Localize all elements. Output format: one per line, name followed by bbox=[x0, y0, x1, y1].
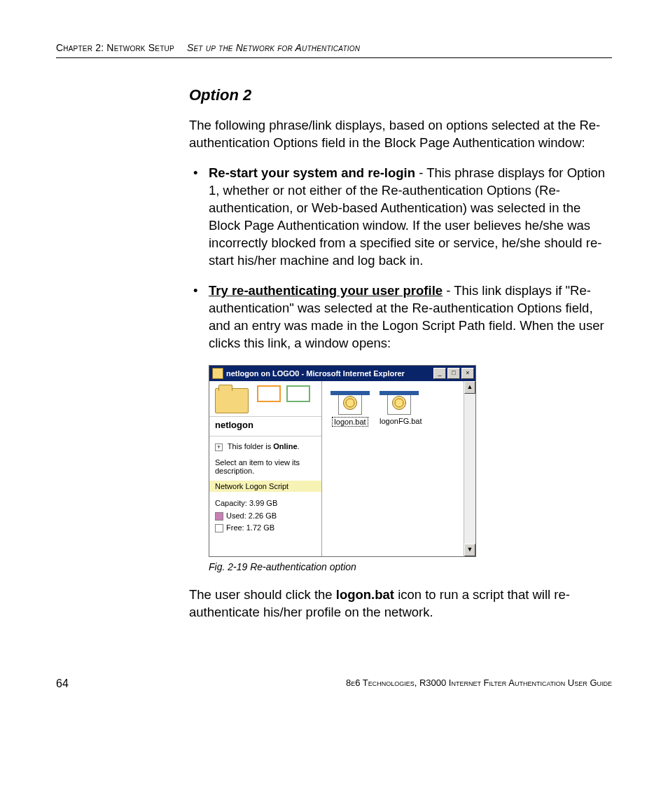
intro-paragraph: The following phrase/link displays, base… bbox=[189, 117, 612, 152]
footer-text: 8e6 Technologies, R3000 Internet Filter … bbox=[346, 677, 612, 690]
page-number: 64 bbox=[56, 677, 69, 690]
explorer-window: netlogon on LOGO0 - Microsoft Internet E… bbox=[209, 365, 476, 557]
page-header: Chapter 2: Network Setup Set up the Netw… bbox=[56, 42, 612, 58]
file-logonfg-bat[interactable]: logonFG.bat bbox=[380, 391, 419, 425]
network-logon-script-link[interactable]: Network Logon Script bbox=[209, 481, 321, 492]
decor-square-1 bbox=[257, 385, 281, 402]
folder-banner bbox=[209, 381, 321, 417]
header-chapter: Chapter 2: Network Setup bbox=[56, 42, 174, 53]
file2-label: logonFG.bat bbox=[380, 417, 422, 425]
bullet2-lead: Try re-authenticating your user profile bbox=[209, 283, 443, 298]
capacity-label: Capacity: 3.99 GB bbox=[209, 496, 321, 510]
used-row: Used: 2.26 GB bbox=[209, 510, 321, 522]
left-pane: netlogon + This folder is Online. Select… bbox=[209, 381, 322, 556]
bullet-item-2: Try re-authenticating your user profile … bbox=[189, 282, 612, 352]
select-hint: Select an item to view its description. bbox=[209, 457, 321, 476]
section-heading: Option 2 bbox=[189, 86, 612, 104]
window-title: netlogon on LOGO0 - Microsoft Internet E… bbox=[226, 369, 433, 378]
minimize-button[interactable]: _ bbox=[433, 368, 446, 379]
maximize-button[interactable]: □ bbox=[447, 368, 460, 379]
window-icon bbox=[212, 368, 223, 379]
file1-label: logon.bat bbox=[332, 417, 368, 427]
figure-caption: Fig. 2-19 Re-authentication option bbox=[209, 561, 612, 572]
closing-paragraph: The user should click the logon.bat icon… bbox=[189, 586, 612, 621]
header-section: Set up the Network for Authentication bbox=[187, 42, 360, 53]
folder-icon bbox=[215, 388, 249, 413]
window-titlebar: netlogon on LOGO0 - Microsoft Internet E… bbox=[209, 366, 475, 381]
bullet-item-1: Re-start your system and re-login - This… bbox=[189, 165, 612, 270]
bullet1-rest: - This phrase displays for Option 1, whe… bbox=[209, 165, 605, 268]
expand-icon[interactable]: + bbox=[215, 443, 223, 451]
used-swatch-icon bbox=[215, 512, 223, 521]
scroll-down-button[interactable]: ▼ bbox=[464, 544, 475, 556]
file-logon-bat[interactable]: logon.bat bbox=[330, 391, 370, 427]
decor-square-2 bbox=[286, 385, 310, 402]
gear-icon bbox=[343, 396, 357, 410]
online-status: + This folder is Online. bbox=[209, 441, 321, 453]
folder-name: netlogon bbox=[209, 417, 321, 436]
bullet-list: Re-start your system and re-login - This… bbox=[189, 165, 612, 352]
free-swatch-icon bbox=[215, 524, 223, 532]
free-row: Free: 1.72 GB bbox=[209, 522, 321, 534]
page-footer: 64 8e6 Technologies, R3000 Internet Filt… bbox=[56, 677, 612, 690]
scroll-up-button[interactable]: ▲ bbox=[464, 381, 475, 394]
figure: netlogon on LOGO0 - Microsoft Internet E… bbox=[209, 365, 612, 572]
file-pane: logon.bat logonFG.bat ▲ ▼ bbox=[322, 381, 475, 556]
gear-icon bbox=[392, 396, 406, 410]
scrollbar[interactable]: ▲ ▼ bbox=[464, 381, 475, 556]
bullet1-lead: Re-start your system and re-login bbox=[209, 165, 415, 180]
close-button[interactable]: × bbox=[461, 368, 474, 379]
